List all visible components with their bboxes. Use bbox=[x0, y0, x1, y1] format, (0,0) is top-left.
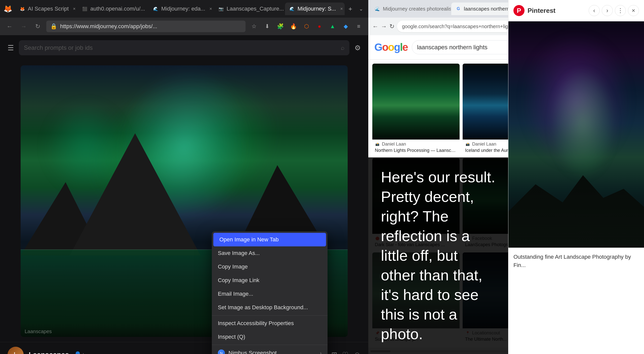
image-caption-0: Northern Lights Processing — Laanscapes.… bbox=[375, 148, 457, 153]
addon-icon-1[interactable]: 🔥 bbox=[288, 21, 299, 32]
context-item-label-7: Inspect (Q) bbox=[218, 334, 245, 340]
google-forward-button[interactable]: → bbox=[381, 21, 387, 32]
tab-label-mj-eda: Midjourney: eda... bbox=[161, 6, 205, 12]
back-button[interactable]: ← bbox=[4, 21, 15, 32]
google-tab-label-0: Midjourney creates photorealist... bbox=[383, 6, 451, 12]
context-item-label-8: Nimbus Screenshot bbox=[228, 350, 277, 354]
midjourney-content: ☰ Search prompts or job ids ⌕ ⚙ Laansca bbox=[0, 35, 368, 354]
text-overlay: Here's our result. Pretty decent, right?… bbox=[368, 157, 508, 354]
tab-openai[interactable]: ⬛ auth0.openai.com/u/... × bbox=[78, 3, 148, 15]
tab-label-capture: Laanscapes_Capture... bbox=[227, 6, 284, 12]
pinterest-nav-buttons: ‹ › ⋮ × bbox=[589, 5, 639, 16]
left-panel: 🦊 🦊 AI Scapes Script × ⬛ auth0.openai.co… bbox=[0, 0, 368, 354]
tab-close-ai[interactable]: × bbox=[71, 6, 77, 12]
pinterest-title: Pinterest bbox=[528, 7, 555, 15]
context-item-label-4: Email Image... bbox=[218, 291, 253, 297]
context-menu-item-open-new-tab[interactable]: Open Image in New Tab bbox=[213, 233, 326, 246]
google-image-card-0[interactable]: 📸 Daniel Laan Northern Lights Processing… bbox=[372, 64, 460, 155]
tab-favicon-mj-photo: 🌊 bbox=[374, 6, 380, 12]
pinterest-aurora-effect-2 bbox=[549, 67, 617, 180]
context-item-label-5: Set Image as Desktop Background... bbox=[218, 304, 308, 311]
left-tab-bar: 🦊 🦊 AI Scapes Script × ⬛ auth0.openai.co… bbox=[0, 0, 368, 18]
refresh-button[interactable]: ↻ bbox=[32, 21, 43, 32]
source-row-0: 📸 Daniel Laan bbox=[375, 142, 457, 147]
left-address-bar-row: ← → ↻ 🔒 https://www.midjourney.com/app/j… bbox=[0, 18, 368, 35]
pinterest-caption: Outstanding fine Art Landscape Photograp… bbox=[513, 253, 639, 269]
context-item-label-3: Copy Image Link bbox=[218, 277, 259, 284]
tab-favicon-google: G bbox=[455, 6, 461, 12]
mj-search-bar[interactable]: Search prompts or job ids ⌕ bbox=[19, 40, 349, 55]
context-menu-item-copy-link[interactable]: Copy Image Link bbox=[212, 274, 328, 287]
firefox-icon: 🦊 bbox=[2, 3, 14, 15]
pinterest-panel: P Pinterest ‹ › ⋮ × Outstanding fine Art… bbox=[508, 0, 644, 354]
tab-label-mj-active: Midjourney: S... bbox=[298, 6, 336, 12]
heart-button[interactable]: ♡ bbox=[342, 350, 348, 354]
context-menu: Open Image in New Tab Save Image As... C… bbox=[212, 231, 328, 354]
mj-search-placeholder: Search prompts or job ids bbox=[24, 44, 93, 51]
source-favicon-1: 📸 bbox=[465, 142, 470, 147]
left-address-bar[interactable]: 🔒 https://www.midjourney.com/app/jobs/..… bbox=[46, 21, 246, 32]
pinterest-more-button[interactable]: ⋮ bbox=[615, 5, 626, 16]
grid-view-button[interactable]: ⊞ bbox=[331, 350, 337, 354]
user-add-icon[interactable]: 👤+ bbox=[74, 351, 85, 354]
overlay-text-content: Here's our result. Pretty decent, right?… bbox=[381, 167, 496, 344]
user-avatar: L bbox=[8, 347, 24, 354]
avatar-letter: L bbox=[14, 351, 18, 354]
google-refresh-button[interactable]: ↻ bbox=[389, 21, 394, 32]
addon-icon-3[interactable]: ● bbox=[314, 21, 325, 32]
nimbus-icon: N bbox=[218, 349, 225, 354]
menu-button[interactable]: ≡ bbox=[353, 21, 364, 32]
context-menu-item-nimbus[interactable]: N Nimbus Screenshot › bbox=[212, 346, 328, 354]
nimbus-submenu-arrow: › bbox=[320, 350, 321, 354]
google-back-button[interactable]: ← bbox=[372, 21, 378, 32]
left-browser-chrome: 🦊 🦊 AI Scapes Script × ⬛ auth0.openai.co… bbox=[0, 0, 368, 35]
bookmark-icon[interactable]: ☆ bbox=[249, 21, 260, 32]
tab-list-button[interactable]: ⌄ bbox=[356, 3, 366, 14]
source-name-0: Daniel Laan bbox=[382, 142, 406, 147]
mj-settings-icon[interactable]: ⚙ bbox=[354, 44, 361, 52]
mj-image-area: Laanscapes Open Image in New Tab Save Im… bbox=[0, 60, 368, 342]
context-item-label-6: Inspect Accessibility Properties bbox=[218, 320, 294, 327]
google-thumb-0 bbox=[372, 64, 460, 140]
new-tab-button[interactable]: + bbox=[345, 3, 355, 14]
addon-icon-2[interactable]: ⬡ bbox=[301, 21, 312, 32]
pinterest-preview-image[interactable] bbox=[508, 21, 644, 248]
image-credit-label: Laanscapes bbox=[25, 329, 52, 334]
context-item-label-2: Copy Image bbox=[218, 263, 248, 270]
tab-ai-scapes[interactable]: 🦊 AI Scapes Script × bbox=[15, 3, 77, 15]
context-menu-separator-1 bbox=[212, 315, 328, 316]
download-icon[interactable]: ⬇ bbox=[262, 21, 273, 32]
pinterest-header: P Pinterest ‹ › ⋮ × bbox=[508, 0, 644, 21]
google-logo: Google bbox=[374, 41, 408, 53]
tab-favicon-mj-eda: 🌊 bbox=[153, 6, 159, 12]
tab-close-mj-active[interactable]: × bbox=[339, 6, 345, 12]
context-menu-item-copy-image[interactable]: Copy Image bbox=[212, 260, 328, 274]
pinterest-next-button[interactable]: › bbox=[602, 5, 613, 16]
context-menu-item-email[interactable]: Email Image... bbox=[212, 287, 328, 301]
right-panel-wrapper: 🌊 Midjourney creates photorealist... × G… bbox=[368, 0, 644, 354]
addon-icon-5[interactable]: ◆ bbox=[340, 21, 351, 32]
tab-mj-active[interactable]: 🌊 Midjourney: S... × bbox=[285, 3, 345, 15]
pinterest-close-button[interactable]: × bbox=[628, 5, 639, 16]
addon-icon-4[interactable]: ▲ bbox=[327, 21, 338, 32]
context-menu-item-accessibility[interactable]: Inspect Accessibility Properties bbox=[212, 317, 328, 330]
context-menu-item-desktop-bg[interactable]: Set Image as Desktop Background... bbox=[212, 301, 328, 314]
forward-button[interactable]: → bbox=[18, 21, 29, 32]
google-image-info-0: 📸 Daniel Laan Northern Lights Processing… bbox=[372, 140, 460, 155]
context-menu-item-save-as[interactable]: Save Image As... bbox=[212, 246, 328, 260]
emoji-button[interactable]: ☺ bbox=[353, 350, 361, 354]
mj-menu-icon[interactable]: ☰ bbox=[8, 44, 14, 52]
pinterest-prev-button[interactable]: ‹ bbox=[589, 5, 600, 16]
source-name-1: Daniel Laan bbox=[472, 142, 496, 147]
tab-favicon-mj-active: 🌊 bbox=[289, 6, 295, 12]
username-label: Laanscapes bbox=[29, 351, 69, 354]
tab-mj-eda[interactable]: 🌊 Midjourney: eda... × bbox=[149, 3, 214, 15]
tab-laanscapes-capture[interactable]: 📷 Laanscapes_Capture... × bbox=[214, 3, 285, 15]
pinterest-caption-area: Outstanding fine Art Landscape Photograp… bbox=[508, 248, 644, 274]
context-menu-item-inspect[interactable]: Inspect (Q) bbox=[212, 330, 328, 344]
tab-close-openai[interactable]: × bbox=[148, 6, 148, 12]
tab-label-openai: auth0.openai.com/u/... bbox=[90, 6, 145, 12]
google-tab-mj-photorealist[interactable]: 🌊 Midjourney creates photorealist... × bbox=[370, 3, 451, 15]
extensions-icon[interactable]: 🧩 bbox=[275, 21, 286, 32]
tab-close-mj-eda[interactable]: × bbox=[208, 6, 214, 12]
